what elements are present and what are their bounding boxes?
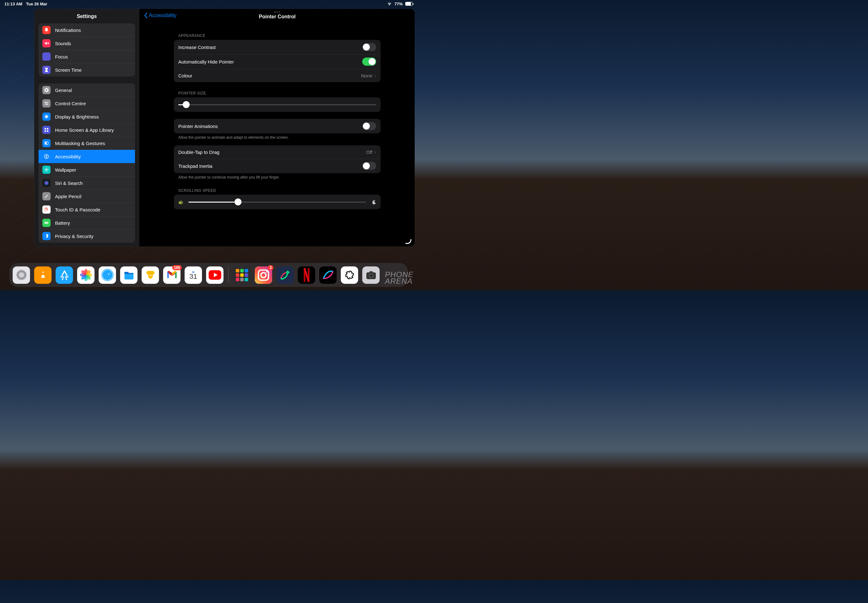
dock-app-gmail[interactable]: 160 [163, 266, 181, 284]
dock-app-settings[interactable] [12, 266, 30, 284]
sidebar-item-multitasking[interactable]: Multitasking & Gestures [39, 136, 135, 150]
battery-pct: 77% [395, 2, 403, 6]
svg-rect-12 [45, 223, 47, 223]
sidebar-item-siri-search[interactable]: Siri & Search [39, 176, 135, 190]
sidebar-item-screen-time[interactable]: Screen Time [39, 63, 135, 76]
dock-app-procreate[interactable] [319, 266, 337, 284]
dock-app-camera[interactable] [362, 266, 380, 284]
slider-pointer-size[interactable] [178, 102, 376, 107]
toggle-trackpad-inertia[interactable] [362, 162, 376, 170]
wallpaper-icon [42, 165, 51, 174]
label-pointer-animations: Pointer Animations [178, 124, 218, 129]
dock-app-chatgpt[interactable] [341, 266, 358, 284]
row-trackpad-inertia[interactable]: Trackpad Inertia [174, 159, 381, 173]
settings-window: Settings NotificationsSoundsFocusScreen … [34, 9, 415, 246]
dock-app-vlc[interactable] [34, 266, 51, 284]
section-header-scrolling-speed: SCROLLING SPEED [174, 179, 381, 195]
svg-point-47 [370, 274, 372, 277]
display-brightness-icon [42, 113, 51, 121]
sidebar-item-display-brightness[interactable]: Display & Brightness [39, 110, 135, 123]
sidebar-item-label: Display & Brightness [55, 114, 99, 119]
sidebar-item-label: Touch ID & Passcode [55, 207, 100, 212]
dock-app-youtube[interactable] [206, 266, 223, 284]
slider-thumb[interactable] [235, 198, 241, 206]
sidebar-item-control-centre[interactable]: Control Centre [39, 97, 135, 110]
svg-line-17 [23, 271, 24, 272]
section-header-pointer-size: POINTER SIZE [174, 82, 381, 97]
page-curl-icon[interactable] [405, 237, 412, 244]
dock-app-safari[interactable] [99, 266, 116, 284]
row-increase-contrast[interactable]: Increase Contrast [174, 40, 381, 54]
dock-app-calendar[interactable]: ▂31 [185, 266, 202, 284]
section-header-appearance: APPEARANCE [174, 25, 381, 40]
value-colour: None [361, 73, 372, 78]
sidebar-item-apple-pencil[interactable]: Apple Pencil [39, 190, 135, 203]
label-trackpad-inertia: Trackpad Inertia [178, 163, 212, 169]
row-pointer-size [174, 97, 381, 112]
sidebar-item-battery[interactable]: Battery [39, 216, 135, 229]
footer-trackpad-inertia: Allow the pointer to continue moving aft… [174, 173, 381, 179]
screen-time-icon [42, 66, 51, 74]
sounds-icon [42, 39, 51, 47]
sidebar-item-focus[interactable]: Focus [39, 50, 135, 63]
dock-app-folder[interactable] [233, 266, 251, 284]
svg-rect-2 [45, 130, 46, 132]
dock-app-instagram[interactable]: 3 [255, 266, 272, 284]
sidebar-item-label: Notifications [55, 28, 81, 33]
dock-app-keep[interactable] [142, 266, 159, 284]
row-colour[interactable]: Colour None › [174, 69, 381, 82]
privacy-security-icon [42, 232, 51, 240]
svg-point-44 [266, 271, 268, 272]
row-double-tap[interactable]: Double-Tap to Drag Off › [174, 145, 381, 159]
sidebar-item-privacy-security[interactable]: Privacy & Security [39, 229, 135, 243]
slider-scrolling-speed[interactable] [189, 199, 366, 205]
toggle-auto-hide[interactable] [362, 57, 376, 66]
hare-icon: 🐇 [371, 200, 376, 204]
status-date: Tue 26 Mar [26, 2, 47, 6]
sidebar-item-label: Apple Pencil [55, 194, 81, 199]
toggle-increase-contrast[interactable] [362, 43, 376, 51]
dock-app-netflix[interactable] [298, 266, 315, 284]
dock-app-app-store[interactable] [56, 266, 73, 284]
label-auto-hide: Automatically Hide Pointer [178, 59, 234, 65]
status-bar: 11:13 AM Tue 26 Mar 77% [0, 0, 417, 8]
sidebar-item-touch-id[interactable]: Touch ID & Passcode [39, 203, 135, 216]
svg-line-27 [19, 271, 20, 272]
svg-rect-1 [47, 128, 48, 130]
sidebar-item-wallpaper[interactable]: Wallpaper [39, 163, 135, 176]
svg-point-38 [102, 270, 113, 280]
sidebar-item-notifications[interactable]: Notifications [39, 23, 135, 37]
slider-thumb[interactable] [183, 101, 190, 108]
label-double-tap: Double-Tap to Drag [178, 150, 220, 155]
sidebar-item-general[interactable]: General [39, 83, 135, 97]
svg-line-23 [19, 278, 20, 279]
sidebar-item-label: Home Screen & App Library [55, 127, 114, 133]
home-screen-icon [42, 126, 51, 134]
svg-point-7 [46, 155, 47, 156]
multitasking-icon [42, 139, 51, 147]
value-double-tap: Off [366, 150, 372, 155]
sidebar-item-home-screen[interactable]: Home Screen & App Library [39, 123, 135, 136]
sidebar-item-accessibility[interactable]: Accessibility [39, 150, 135, 163]
chevron-right-icon: › [374, 73, 376, 79]
dock-app-freeform[interactable] [276, 266, 294, 284]
toggle-pointer-animations[interactable] [362, 122, 376, 130]
back-button[interactable]: Accessibility [144, 12, 176, 19]
wifi-icon [387, 2, 392, 6]
row-pointer-animations[interactable]: Pointer Animations [174, 119, 381, 133]
sidebar-item-label: General [55, 88, 72, 93]
svg-rect-48 [370, 271, 373, 273]
badge: 3 [268, 265, 274, 270]
label-colour: Colour [178, 73, 192, 78]
svg-line-21 [23, 278, 24, 279]
sidebar-item-sounds[interactable]: Sounds [39, 37, 135, 50]
dock-app-photos[interactable] [77, 266, 94, 284]
sidebar-item-label: Screen Time [55, 67, 82, 73]
watermark: PHONE ARENA [385, 272, 413, 284]
control-centre-icon [42, 99, 51, 107]
dock-app-files[interactable] [120, 266, 138, 284]
touch-id-icon [42, 206, 51, 213]
svg-rect-0 [45, 128, 46, 130]
row-auto-hide[interactable]: Automatically Hide Pointer [174, 54, 381, 69]
svg-point-10 [45, 181, 48, 185]
